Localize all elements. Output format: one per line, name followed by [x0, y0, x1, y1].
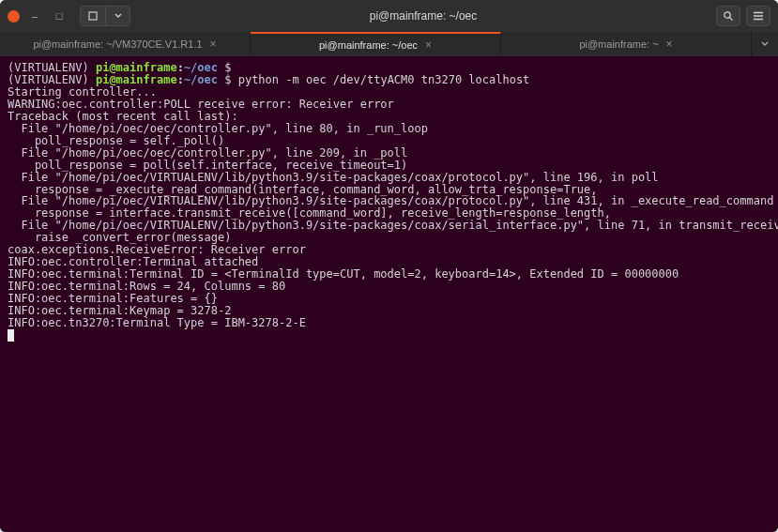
titlebar: – □ pi@mainframe: ~/oec: [0, 0, 778, 32]
svg-rect-0: [89, 12, 97, 20]
close-icon[interactable]: ×: [666, 38, 673, 51]
minimize-icon[interactable]: –: [25, 7, 44, 25]
tab-label: pi@mainframe: ~/oec: [319, 39, 418, 51]
close-icon[interactable]: ×: [425, 38, 432, 52]
new-tab-dropdown[interactable]: [105, 7, 130, 25]
menu-button[interactable]: [746, 6, 770, 26]
new-tab-icon: [88, 11, 98, 21]
new-tab-split-group: [80, 6, 130, 26]
svg-point-1: [725, 12, 730, 18]
tab-menu-button[interactable]: [752, 32, 778, 56]
close-icon[interactable]: [8, 10, 20, 23]
tabstrip: pi@mainframe: ~/VM370CE.V1.R1.1 × pi@mai…: [0, 32, 778, 56]
terminal-line: INFO:oec.tn3270:Terminal Type = IBM-3278…: [8, 317, 770, 329]
terminal-viewport[interactable]: (VIRTUALENV) pi@mainframe:~/oec $ (VIRTU…: [0, 56, 778, 532]
terminal-cursor-line: [8, 329, 770, 342]
tab-1[interactable]: pi@mainframe: ~/oec ×: [251, 32, 501, 56]
tab-2[interactable]: pi@mainframe: ~ ×: [501, 32, 752, 56]
maximize-icon[interactable]: □: [50, 7, 69, 25]
svg-line-2: [730, 18, 733, 21]
search-button[interactable]: [716, 6, 740, 26]
terminal-window: – □ pi@mainframe: ~/oec: [0, 0, 778, 532]
chevron-down-icon: [114, 13, 122, 19]
cursor-block: [8, 329, 14, 342]
chevron-down-icon: [761, 41, 769, 47]
tab-0[interactable]: pi@mainframe: ~/VM370CE.V1.R1.1 ×: [0, 32, 251, 56]
hamburger-icon: [753, 11, 764, 21]
search-icon: [723, 10, 734, 22]
tab-label: pi@mainframe: ~/VM370CE.V1.R1.1: [33, 38, 202, 50]
window-controls-right: [716, 6, 770, 26]
close-icon[interactable]: ×: [210, 38, 217, 51]
new-tab-button[interactable]: [81, 7, 105, 25]
window-title: pi@mainframe: ~/oec: [130, 9, 716, 23]
window-controls-left: – □: [8, 6, 130, 26]
tab-label: pi@mainframe: ~: [579, 38, 658, 50]
